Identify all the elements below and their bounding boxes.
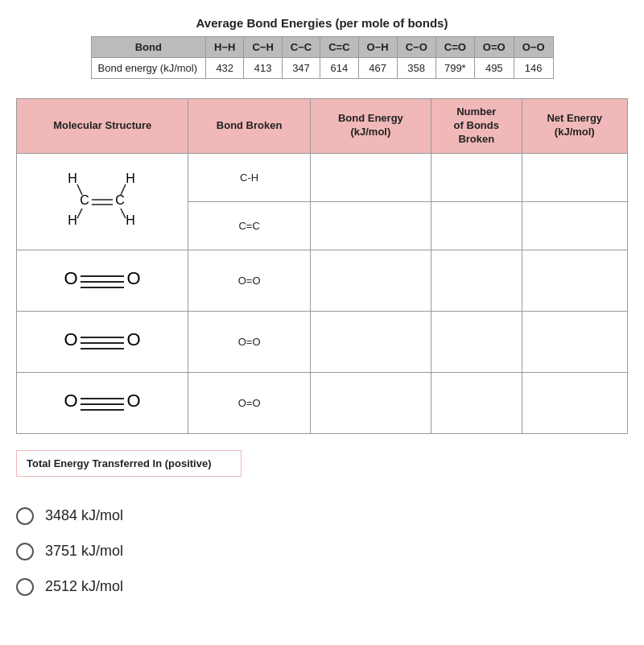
total-energy-box: Total Energy Transferred In (positive) [16, 450, 242, 477]
radio-1[interactable] [16, 507, 34, 525]
o2-svg-2: O O [58, 316, 147, 365]
svg-text:O: O [127, 391, 141, 411]
total-energy-label: Total Energy Transferred In (positive) [27, 457, 211, 469]
bond-broken-ch: C-H [188, 153, 310, 201]
mol-structure-header: Molecular Structure [17, 99, 188, 154]
radio-2[interactable] [16, 543, 34, 560]
svg-text:C: C [80, 193, 89, 207]
bond-energy-ch [310, 153, 431, 201]
oh-col-header: O−H [358, 37, 397, 58]
num-bonds-o2-3 [431, 372, 522, 433]
ch-value: 413 [244, 58, 282, 79]
num-bonds-header: Numberof BondsBroken [431, 99, 522, 154]
svg-text:H: H [68, 213, 77, 227]
bond-energy-o2-1 [310, 250, 431, 311]
svg-text:C: C [115, 193, 125, 207]
o2-svg-3: O O [58, 378, 147, 426]
row-ethylene-ch: H H C C H H [17, 153, 628, 201]
bond-energy-cc [310, 201, 431, 250]
bond-broken-o2-2: O=O [188, 311, 310, 372]
bond-broken-o2-1: O=O [188, 250, 310, 311]
bond-broken-o2-3: O=O [188, 372, 310, 433]
svg-text:O: O [64, 329, 78, 349]
net-energy-cc [522, 201, 627, 250]
svg-text:H: H [68, 172, 77, 185]
bond-energy-header: Bond Energy(kJ/mol) [310, 99, 431, 154]
net-energy-ch [522, 153, 627, 201]
hh-col-header: H−H [206, 37, 244, 58]
row-o2-2: O O O=O [17, 311, 628, 372]
option-3[interactable]: 2512 kJ/mol [16, 578, 628, 596]
ch-col-header: C−H [244, 37, 282, 58]
num-bonds-cc [431, 201, 522, 250]
options-section: 3484 kJ/mol 3751 kJ/mol 2512 kJ/mol [16, 507, 628, 596]
bond-energy-label: Bond energy (kJ/mol) [91, 58, 206, 79]
radio-3[interactable] [16, 578, 34, 596]
num-bonds-o2-2 [431, 311, 522, 372]
svg-text:H: H [126, 213, 135, 227]
ethylene-svg: H H C C H H [58, 168, 147, 233]
top-section: Average Bond Energies (per mole of bonds… [16, 16, 628, 79]
top-table-title: Average Bond Energies (per mole of bonds… [16, 16, 628, 30]
bond-col-header: Bond [91, 37, 206, 58]
oh-value: 467 [358, 58, 397, 79]
option-2-label: 3751 kJ/mol [45, 543, 123, 560]
worksheet-section: Molecular Structure Bond Broken Bond Ene… [16, 98, 628, 434]
net-energy-o2-2 [522, 311, 627, 372]
option-1-label: 3484 kJ/mol [45, 507, 123, 524]
net-energy-o2-1 [522, 250, 627, 311]
bond-energy-row: Bond energy (kJ/mol) 432 413 347 614 467… [91, 58, 553, 79]
bond-energy-table: Bond H−H C−H C−C C=C O−H C−O C=O O=O O−O… [91, 36, 554, 79]
co-value: 358 [397, 58, 436, 79]
bond-broken-cc: C=C [188, 201, 310, 250]
co-col-header: C−O [397, 37, 436, 58]
cc-value: 347 [282, 58, 320, 79]
num-bonds-o2-1 [431, 250, 522, 311]
svg-text:O: O [64, 391, 78, 411]
bond-energy-o2-2 [310, 311, 431, 372]
option-1[interactable]: 3484 kJ/mol [16, 507, 628, 525]
svg-line-11 [121, 209, 126, 218]
bond-broken-header: Bond Broken [188, 99, 310, 154]
svg-text:O: O [127, 329, 141, 349]
o2-molecule-cell-1: O O [17, 250, 188, 311]
option-3-label: 2512 kJ/mol [45, 578, 123, 595]
svg-text:H: H [126, 172, 135, 185]
svg-line-10 [77, 209, 82, 218]
row-o2-3: O O O=O [17, 372, 628, 433]
svg-text:O: O [127, 268, 141, 288]
oo-double-value: 495 [474, 58, 514, 79]
o2-molecule-cell-2: O O [17, 311, 188, 372]
hh-value: 432 [206, 58, 244, 79]
cc-double-col-header: C=C [320, 37, 358, 58]
svg-text:O: O [64, 268, 78, 288]
o2-molecule-cell-3: O O [17, 372, 188, 433]
num-bonds-ch [431, 153, 522, 201]
net-energy-o2-3 [522, 372, 627, 433]
co-double-col-header: C=O [436, 37, 474, 58]
o2-svg-1: O O [58, 255, 147, 304]
oo-value: 146 [514, 58, 553, 79]
cc-col-header: C−C [282, 37, 320, 58]
co-double-value: 799* [436, 58, 474, 79]
net-energy-header: Net Energy(kJ/mol) [522, 99, 627, 154]
oo-col-header: O−O [514, 37, 553, 58]
ethylene-molecule-cell: H H C C H H [17, 153, 188, 250]
row-o2-1: O O O=O [17, 250, 628, 311]
bond-energy-o2-3 [310, 372, 431, 433]
option-2[interactable]: 3751 kJ/mol [16, 543, 628, 560]
oo-double-col-header: O=O [474, 37, 514, 58]
worksheet-table: Molecular Structure Bond Broken Bond Ene… [16, 98, 628, 434]
cc-double-value: 614 [320, 58, 358, 79]
